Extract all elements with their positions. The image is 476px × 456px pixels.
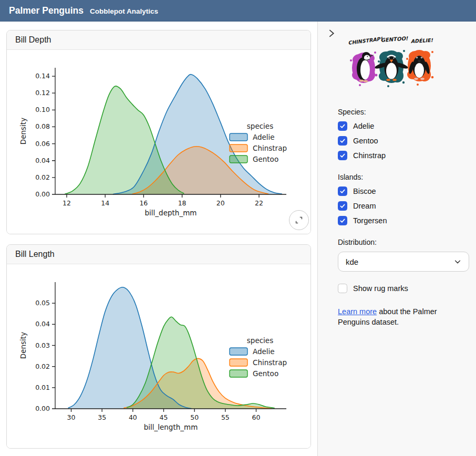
svg-text:50: 50 bbox=[190, 413, 199, 421]
svg-text:Chinstrap: Chinstrap bbox=[253, 144, 287, 152]
checkbox-label: Dream bbox=[353, 202, 376, 210]
distribution-label: Distribution: bbox=[338, 238, 468, 246]
islands-filter-group: Islands: Biscoe Dream Torgersen bbox=[338, 173, 468, 225]
bill-length-kde-chart: 303540455055600.000.010.020.030.040.05bi… bbox=[7, 264, 311, 448]
svg-text:Chinstrap: Chinstrap bbox=[253, 358, 287, 367]
svg-text:0.08: 0.08 bbox=[35, 122, 50, 130]
species-filter-group: Species: Adelie Gentoo Chinstrap bbox=[338, 108, 468, 160]
checkbox-biscoe[interactable] bbox=[338, 186, 347, 196]
checkbox-label: Chinstrap bbox=[353, 151, 386, 160]
svg-text:20: 20 bbox=[216, 199, 225, 207]
checkbox-row-adelie[interactable]: Adelie bbox=[338, 121, 468, 131]
app-subtitle: Cobblepot Analytics bbox=[90, 7, 158, 15]
distribution-group: Distribution: kde bbox=[338, 238, 468, 272]
svg-text:35: 35 bbox=[98, 413, 106, 421]
checkbox-row-chinstrap[interactable]: Chinstrap bbox=[338, 151, 468, 160]
svg-text:22: 22 bbox=[255, 199, 263, 207]
checkmark-icon bbox=[339, 188, 346, 194]
svg-text:bill_length_mm: bill_length_mm bbox=[144, 423, 198, 431]
checkmark-icon bbox=[339, 152, 346, 159]
main-content: Bill Depth 1214161820220.000.020.040.060… bbox=[0, 22, 317, 456]
svg-text:bill_depth_mm: bill_depth_mm bbox=[145, 209, 197, 217]
svg-text:30: 30 bbox=[67, 413, 76, 421]
expand-icon bbox=[294, 215, 304, 225]
chevron-down-icon bbox=[454, 258, 461, 265]
svg-text:40: 40 bbox=[129, 413, 137, 421]
svg-text:0.12: 0.12 bbox=[35, 89, 50, 97]
svg-text:Adelie: Adelie bbox=[253, 133, 275, 141]
checkbox-label: Show rug marks bbox=[353, 284, 408, 293]
svg-text:16: 16 bbox=[139, 199, 148, 207]
checkmark-icon bbox=[339, 123, 346, 129]
islands-group-label: Islands: bbox=[338, 173, 468, 181]
bill-depth-card: Bill Depth 1214161820220.000.020.040.060… bbox=[6, 30, 311, 234]
checkbox-gentoo[interactable] bbox=[338, 136, 347, 146]
distribution-select[interactable]: kde bbox=[338, 252, 469, 272]
checkbox-row-dream[interactable]: Dream bbox=[338, 201, 468, 211]
svg-text:0.00: 0.00 bbox=[35, 190, 50, 198]
svg-text:0.01: 0.01 bbox=[35, 384, 50, 391]
app-title: Palmer Penguins bbox=[9, 0, 84, 22]
svg-text:species: species bbox=[247, 122, 273, 130]
svg-text:0.02: 0.02 bbox=[35, 173, 50, 181]
svg-text:Adelie: Adelie bbox=[253, 347, 275, 356]
svg-text:45: 45 bbox=[160, 413, 168, 421]
checkbox-adelie[interactable] bbox=[338, 121, 347, 131]
svg-text:0.14: 0.14 bbox=[35, 72, 50, 80]
checkmark-icon bbox=[339, 217, 346, 224]
page-layout: Bill Depth 1214161820220.000.020.040.060… bbox=[0, 22, 476, 456]
gentoo-artwork-label: GENTOO! bbox=[380, 35, 408, 43]
checkbox-row-gentoo[interactable]: Gentoo bbox=[338, 136, 468, 146]
svg-text:18: 18 bbox=[178, 199, 187, 207]
svg-text:60: 60 bbox=[252, 413, 261, 421]
learn-more-link[interactable]: Learn more bbox=[338, 307, 377, 316]
sidebar-collapse-button[interactable] bbox=[326, 29, 336, 38]
adelie-artwork-label: ADÉLIE! bbox=[411, 37, 433, 44]
svg-text:Gentoo: Gentoo bbox=[253, 369, 278, 378]
chevron-right-icon bbox=[327, 29, 335, 38]
checkbox-row-torgersen[interactable]: Torgersen bbox=[338, 216, 468, 225]
svg-text:14: 14 bbox=[101, 199, 109, 207]
expand-fullscreen-button[interactable] bbox=[289, 210, 309, 230]
checkbox-label: Adelie bbox=[353, 122, 374, 130]
svg-text:0.05: 0.05 bbox=[35, 299, 50, 307]
svg-text:12: 12 bbox=[63, 199, 71, 207]
checkbox-show-rug-marks[interactable] bbox=[338, 284, 347, 293]
checkmark-icon bbox=[339, 203, 346, 209]
bill-length-card-title: Bill Length bbox=[7, 245, 311, 264]
svg-text:0.00: 0.00 bbox=[35, 405, 50, 412]
distribution-selected-value: kde bbox=[346, 257, 358, 266]
checkbox-chinstrap[interactable] bbox=[338, 151, 347, 160]
checkbox-label: Torgersen bbox=[353, 216, 387, 225]
checkbox-label: Gentoo bbox=[353, 137, 378, 145]
svg-text:0.04: 0.04 bbox=[35, 157, 50, 164]
svg-text:0.03: 0.03 bbox=[35, 341, 50, 349]
svg-text:Density: Density bbox=[19, 332, 27, 359]
svg-text:55: 55 bbox=[221, 413, 230, 421]
svg-text:0.04: 0.04 bbox=[35, 320, 50, 328]
checkbox-torgersen[interactable] bbox=[338, 216, 347, 225]
svg-text:Density: Density bbox=[19, 118, 27, 144]
svg-text:0.06: 0.06 bbox=[35, 140, 50, 148]
bill-length-card: Bill Length 303540455055600.000.010.020.… bbox=[6, 244, 311, 449]
dataset-note: Learn more about the Palmer Penguins dat… bbox=[338, 306, 463, 327]
svg-text:0.02: 0.02 bbox=[35, 362, 50, 370]
bill-length-card-body: 303540455055600.000.010.020.030.040.05bi… bbox=[7, 264, 311, 448]
svg-text:Gentoo: Gentoo bbox=[253, 155, 278, 163]
bill-depth-card-body: 1214161820220.000.020.040.060.080.100.12… bbox=[7, 50, 311, 234]
checkmark-icon bbox=[339, 138, 346, 144]
sidebar: CHINSTRAP! GENTOO! ADÉLIE! Species: Adel… bbox=[317, 22, 476, 456]
svg-text:species: species bbox=[247, 336, 273, 345]
checkbox-row-biscoe[interactable]: Biscoe bbox=[338, 186, 468, 196]
bill-depth-card-title: Bill Depth bbox=[7, 30, 311, 50]
chinstrap-artwork-label: CHINSTRAP! bbox=[348, 36, 383, 46]
show-rug-marks-row[interactable]: Show rug marks bbox=[338, 284, 468, 293]
svg-text:0.10: 0.10 bbox=[35, 106, 50, 113]
bill-depth-kde-chart: 1214161820220.000.020.040.060.080.100.12… bbox=[7, 50, 311, 234]
species-group-label: Species: bbox=[338, 108, 468, 116]
app-header: Palmer Penguins Cobblepot Analytics bbox=[0, 0, 476, 22]
penguins-artwork: CHINSTRAP! GENTOO! ADÉLIE! bbox=[344, 35, 468, 95]
checkbox-label: Biscoe bbox=[353, 187, 376, 195]
checkbox-dream[interactable] bbox=[338, 201, 347, 211]
